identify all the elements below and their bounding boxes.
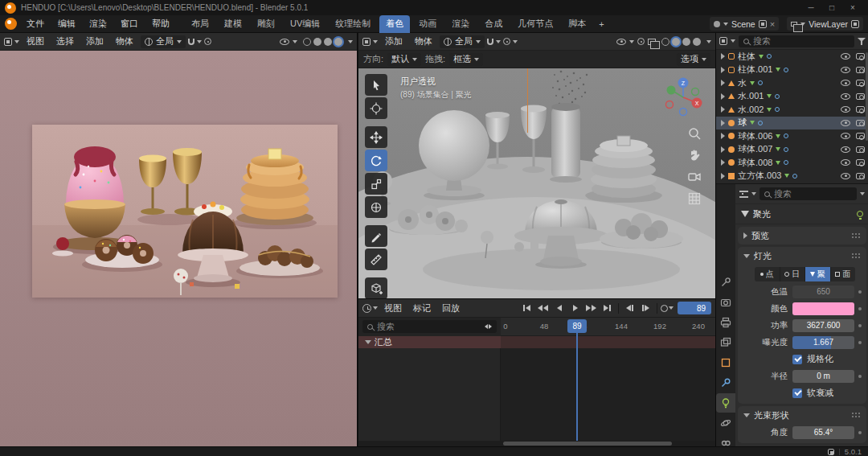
view-layer-selector[interactable]: ViewLayer [787,17,863,31]
overlays-toggle-icon[interactable] [648,39,656,45]
light-type-spot[interactable]: 聚 [805,267,831,281]
color-temp-field[interactable]: 650 [792,286,854,298]
current-frame-field[interactable]: 89 [678,302,711,314]
rotate-tool-button[interactable] [365,150,387,171]
close-button[interactable]: × [842,0,863,15]
orientation-default-dropdown[interactable]: 默认 [387,53,421,66]
visibility-dropdown-icon[interactable] [280,39,289,45]
panel-grip-icon[interactable] [851,232,861,239]
visibility-dropdown-icon[interactable] [616,39,626,45]
expand-chevron-icon[interactable] [721,173,725,179]
hide-viewport-icon[interactable] [841,173,850,179]
wireframe-shading-icon[interactable] [661,38,669,46]
outliner-row[interactable]: 水.001 [716,90,868,104]
editor-type-icon[interactable] [362,38,371,46]
workspace-tab-geometry-nodes[interactable]: 几何节点 [511,15,559,33]
expand-chevron-icon[interactable] [721,146,725,153]
outliner-search-field[interactable]: 搜索 [739,35,854,47]
animate-dot-icon[interactable] [858,375,862,378]
solid-shading-icon[interactable] [672,38,680,46]
play-reverse-button[interactable] [551,302,567,314]
workspace-tab-compositing[interactable]: 合成 [478,15,509,33]
hide-viewport-icon[interactable] [841,93,850,100]
timeline-editor-icon[interactable] [362,304,371,313]
add-cube-tool-button[interactable] [365,277,387,298]
light-type-sun[interactable]: 日 [780,267,806,281]
hide-viewport-icon[interactable] [841,159,850,166]
minimize-button[interactable]: ─ [800,0,821,15]
tab-render[interactable] [716,293,735,312]
light-type-point[interactable]: 点 [755,267,780,281]
scale-tool-button[interactable] [365,173,387,195]
frame-ruler[interactable]: 0 48 96 144 192 240 [501,318,715,336]
rendered-shading-icon[interactable] [334,38,342,46]
expand-chevron-icon[interactable] [721,106,725,113]
collapse-chevron-icon[interactable] [365,340,371,344]
angle-field[interactable]: 65.4° [792,426,854,439]
outliner-row[interactable]: 水.002 [716,103,868,117]
disable-render-icon[interactable] [856,146,865,153]
jump-to-start-button[interactable] [519,302,534,314]
menu-view[interactable]: 视图 [22,34,49,49]
select-box-tool-button[interactable] [365,74,387,96]
disable-render-icon[interactable] [856,173,865,179]
hide-viewport-icon[interactable] [841,133,850,139]
menu-add[interactable]: 添加 [81,34,108,49]
drag-mode-dropdown[interactable]: 框选 [449,53,483,66]
zoom-icon[interactable] [687,126,702,141]
disable-render-icon[interactable] [856,67,865,73]
left-3d-viewport[interactable]: 视图 选择 添加 物体 全局 [0,33,358,446]
properties-editor-icon[interactable] [739,191,748,198]
proportional-editing-icon[interactable] [503,38,510,45]
normalize-checkbox[interactable] [792,355,802,364]
disable-render-icon[interactable] [856,120,865,126]
shading-mode-switch[interactable] [659,36,703,47]
expand-chevron-icon[interactable] [721,159,725,166]
menu-add[interactable]: 添加 [380,34,407,49]
playhead-line[interactable] [576,331,578,441]
workspace-tab-animation[interactable]: 动画 [412,15,443,33]
outliner-row[interactable]: 立方体.003 [716,170,868,183]
solid-shading-icon[interactable] [313,38,321,46]
workspace-tab-scripting[interactable]: 脚本 [562,15,592,33]
jump-to-end-button[interactable] [600,302,615,314]
transform-tool-button[interactable] [365,196,387,218]
disable-render-icon[interactable] [856,133,865,139]
menu-edit[interactable]: 编辑 [51,16,82,31]
outliner-row[interactable]: 水 [716,76,868,90]
blender-menu-icon[interactable] [5,18,17,30]
dopesheet-area[interactable] [358,348,715,441]
transform-orientation-dropdown[interactable]: 全局 [440,35,485,48]
light-color-swatch[interactable] [792,302,854,315]
expand-chevron-icon[interactable] [721,133,725,139]
properties-search-field[interactable]: 搜索 [760,187,857,200]
timeline-editor[interactable]: 视图 标记 回放 89 搜索 0 48 96 144 [358,298,715,446]
panel-grip-icon[interactable] [851,412,861,418]
panel-grip-icon[interactable] [851,253,861,259]
animate-dot-icon[interactable] [858,431,862,434]
delete-scene-icon[interactable]: × [770,19,775,29]
workspace-tab-modeling[interactable]: 建模 [218,15,248,33]
preview-panel-header[interactable]: 预览 [738,227,866,244]
tab-constraints[interactable] [716,433,735,446]
next-keyframe-button[interactable] [583,302,599,314]
filter-icon[interactable] [858,37,866,45]
navigation-gizmo[interactable]: Z X [661,75,706,121]
animate-dot-icon[interactable] [858,307,862,310]
copy-view-layer-icon[interactable] [851,20,859,28]
workspace-tab-texture-paint[interactable]: 纹理绘制 [329,15,377,33]
center-3d-viewport[interactable]: 添加 物体 全局 方向: 默认 [358,33,715,298]
menu-help[interactable]: 帮助 [145,16,176,31]
material-shading-icon[interactable] [682,38,690,46]
transform-orientation-dropdown[interactable]: 全局 [141,35,186,48]
menu-object[interactable]: 物体 [410,34,437,49]
hide-viewport-icon[interactable] [841,120,850,126]
annotate-tool-button[interactable] [365,225,387,247]
outliner-row[interactable]: 球体.006 [716,129,868,143]
material-shading-icon[interactable] [324,38,332,46]
outliner-editor-icon[interactable] [719,37,727,45]
tab-output[interactable] [716,313,735,332]
soft-falloff-checkbox[interactable] [792,388,802,398]
expand-chevron-icon[interactable] [721,80,725,86]
hide-viewport-icon[interactable] [841,53,850,60]
